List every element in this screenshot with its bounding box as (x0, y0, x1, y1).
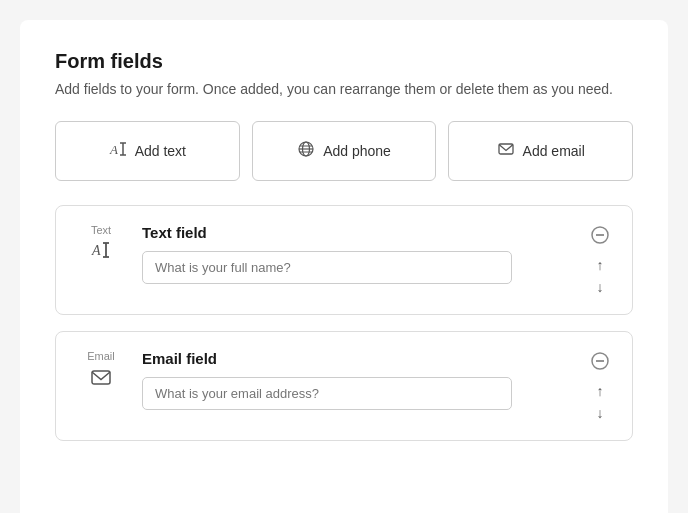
add-email-label: Add email (523, 143, 585, 159)
text-cursor-icon: A (109, 140, 127, 162)
text-field-type-label: Text A (76, 224, 126, 263)
text-field-type-icon: A (91, 240, 111, 263)
text-type-text: Text (91, 224, 111, 236)
email-field-type-label: Email (76, 350, 126, 391)
email-field-actions: ↑ ↓ (588, 350, 612, 422)
svg-rect-16 (92, 371, 110, 384)
text-field-card: Text A Text field ↑ (55, 205, 633, 315)
email-field-move-up-button[interactable]: ↑ (595, 382, 606, 400)
add-phone-button[interactable]: Add phone (252, 121, 437, 181)
arrow-down-icon: ↓ (597, 280, 604, 294)
email-field-type-icon (90, 366, 112, 391)
add-phone-label: Add phone (323, 143, 391, 159)
svg-text:A: A (91, 243, 101, 258)
email-field-move-down-button[interactable]: ↓ (595, 404, 606, 422)
email-type-text: Email (87, 350, 115, 362)
page-container: Form fields Add fields to your form. Onc… (20, 20, 668, 513)
arrow-up-icon: ↑ (597, 258, 604, 272)
add-text-button[interactable]: A Add text (55, 121, 240, 181)
email-field-delete-button[interactable] (589, 350, 611, 372)
email-field-input[interactable] (142, 377, 512, 410)
add-email-button[interactable]: Add email (448, 121, 633, 181)
add-text-label: Add text (135, 143, 186, 159)
arrow-down-icon: ↓ (597, 406, 604, 420)
arrow-up-icon: ↑ (597, 384, 604, 398)
svg-text:A: A (109, 142, 118, 157)
email-field-content: Email field (142, 350, 572, 410)
page-subtitle: Add fields to your form. Once added, you… (55, 81, 633, 97)
text-field-input[interactable] (142, 251, 512, 284)
text-field-title: Text field (142, 224, 572, 241)
page-title: Form fields (55, 50, 633, 73)
email-field-card: Email Email field ↑ (55, 331, 633, 441)
add-buttons-row: A Add text Add phone (55, 121, 633, 181)
text-field-delete-button[interactable] (589, 224, 611, 246)
phone-icon (297, 140, 315, 162)
text-field-move-up-button[interactable]: ↑ (595, 256, 606, 274)
text-field-move-down-button[interactable]: ↓ (595, 278, 606, 296)
email-icon (497, 140, 515, 162)
email-field-title: Email field (142, 350, 572, 367)
text-field-actions: ↑ ↓ (588, 224, 612, 296)
text-field-content: Text field (142, 224, 572, 284)
